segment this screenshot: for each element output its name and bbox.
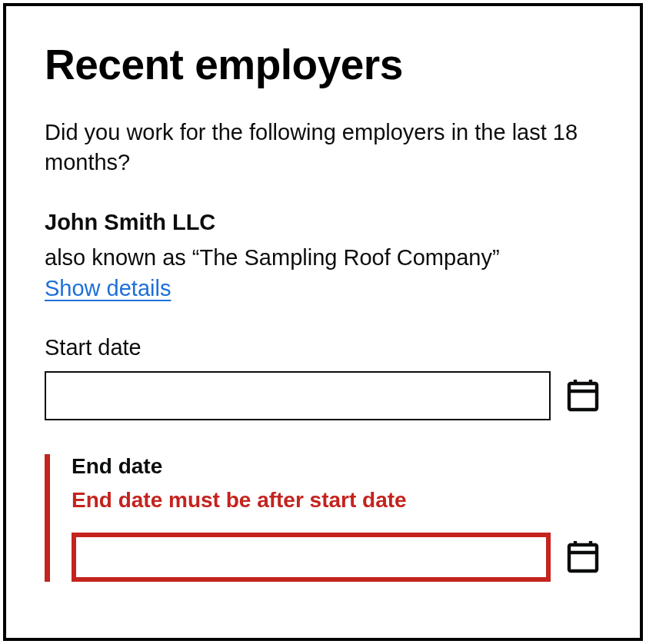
intro-text: Did you work for the following employers… <box>45 118 601 178</box>
employer-aka: also known as “The Sampling Roof Company… <box>45 243 601 273</box>
end-date-group: End date End date must be after start da… <box>45 454 601 582</box>
start-date-group: Start date <box>45 335 601 420</box>
show-details-link[interactable]: Show details <box>45 276 171 301</box>
end-date-label: End date <box>72 454 601 479</box>
start-date-input[interactable] <box>45 371 551 420</box>
start-date-label: Start date <box>45 335 601 360</box>
svg-rect-0 <box>569 383 597 410</box>
end-date-error: End date must be after start date <box>72 488 601 513</box>
svg-rect-4 <box>569 545 597 571</box>
calendar-icon[interactable] <box>564 376 601 416</box>
page-title: Recent employers <box>45 41 601 88</box>
employer-name: John Smith LLC <box>45 210 601 235</box>
employer-block: John Smith LLC also known as “The Sampli… <box>45 210 601 335</box>
end-date-input[interactable] <box>72 533 551 582</box>
calendar-icon[interactable] <box>564 537 601 577</box>
